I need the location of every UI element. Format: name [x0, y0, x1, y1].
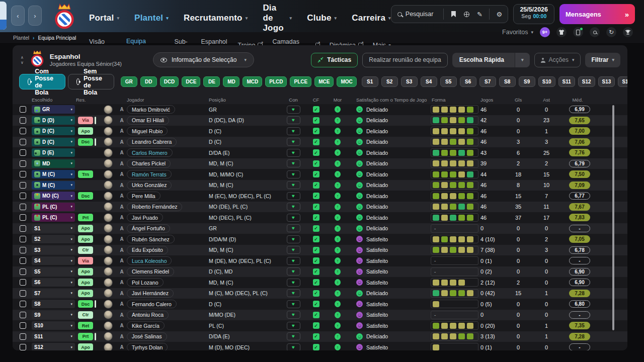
player-avatar[interactable] — [104, 137, 113, 146]
selection-dropdown[interactable]: M (C)▾ — [32, 170, 75, 178]
game-date[interactable]: 25/5/2026 Seg00:00 — [513, 4, 554, 24]
player-name-link[interactable]: Roberto Fernández — [127, 203, 182, 211]
profile-a-icon[interactable]: A — [117, 226, 127, 231]
player-avatar[interactable] — [104, 105, 113, 114]
tactics-button[interactable]: Tácticas — [311, 53, 358, 67]
sub-chip-s4[interactable]: S4 — [421, 76, 437, 87]
player-avatar[interactable] — [104, 256, 113, 265]
sub-chip-s3[interactable]: S3 — [401, 76, 418, 87]
player-name-link[interactable]: Kike García — [127, 321, 165, 330]
player-name-link[interactable]: Omar El Hilali — [127, 116, 169, 125]
profile-a-icon[interactable]: A — [117, 161, 127, 166]
position-chip-dd[interactable]: DD — [140, 76, 157, 87]
player-name-link[interactable]: Carlos Romero — [127, 148, 173, 157]
row-checkbox[interactable] — [20, 128, 26, 134]
player-name-link[interactable]: Ángel Fortuño — [127, 224, 170, 233]
sub-chip-s7[interactable]: S7 — [479, 76, 496, 87]
player-avatar[interactable] — [104, 321, 113, 330]
selection-dropdown[interactable]: S8▾ — [32, 300, 75, 308]
column-header-ast[interactable]: Ast — [531, 97, 562, 103]
row-checkbox[interactable] — [20, 247, 26, 253]
sub-chip-s11[interactable]: S11 — [558, 76, 575, 87]
selection-dropdown[interactable]: D (D)▾ — [32, 116, 75, 125]
player-avatar[interactable] — [104, 278, 113, 287]
player-name-link[interactable]: Javi Hernández — [127, 289, 174, 298]
team-meeting-button[interactable]: Realizar reunião de equipa — [362, 53, 447, 67]
player-avatar[interactable] — [104, 192, 113, 201]
row-checkbox[interactable] — [20, 204, 26, 210]
club-crest-topbar[interactable] — [53, 4, 76, 32]
profile-a-icon[interactable]: A — [117, 247, 127, 253]
player-name-link[interactable]: Clemens Riedel — [127, 267, 174, 276]
scouting-icon[interactable] — [590, 27, 600, 37]
column-header-jogador[interactable]: Jogador — [127, 97, 209, 103]
profile-a-icon[interactable]: A — [117, 128, 127, 134]
position-chip-mce[interactable]: MCE — [314, 76, 334, 87]
nav-item-recrutamento[interactable]: Recrutamento▾ — [184, 13, 248, 23]
player-avatar[interactable] — [104, 289, 113, 298]
profile-a-icon[interactable]: A — [117, 215, 127, 220]
player-name-link[interactable]: Pere Milla — [127, 192, 160, 200]
column-header-con[interactable]: Con — [282, 97, 305, 103]
player-name-link[interactable]: Pol Lozano — [127, 278, 164, 287]
row-checkbox[interactable] — [20, 344, 26, 350]
row-checkbox[interactable] — [20, 333, 26, 340]
column-header-forma[interactable]: Forma — [428, 97, 480, 103]
player-name-link[interactable]: Marko Dmitrović — [127, 105, 175, 114]
favorites-dropdown[interactable]: Favoritos▾ — [502, 29, 533, 36]
player-avatar[interactable] — [104, 148, 113, 157]
profile-a-icon[interactable]: A — [117, 107, 127, 112]
position-chip-mcd[interactable]: MCD — [243, 76, 262, 87]
selection-dropdown[interactable]: S9▾ — [32, 311, 75, 319]
column-header-res-[interactable]: Res. — [76, 97, 104, 103]
player-avatar[interactable] — [104, 224, 113, 233]
player-avatar[interactable] — [104, 343, 113, 350]
player-avatar[interactable] — [104, 245, 113, 254]
world-icon[interactable] — [460, 8, 473, 21]
sub-chip-s9[interactable]: S9 — [519, 76, 535, 87]
quick-pick-dropdown[interactable]: ▾ — [515, 53, 530, 67]
column-header-m-d-[interactable]: Méd. — [562, 97, 593, 103]
selection-dropdown[interactable]: S1▾ — [32, 224, 75, 233]
player-avatar[interactable] — [104, 116, 113, 125]
row-checkbox[interactable] — [20, 257, 26, 264]
player-avatar[interactable] — [104, 159, 113, 168]
selection-dropdown[interactable]: S11▾ — [32, 332, 75, 341]
player-name-link[interactable]: Ramón Terrats — [127, 170, 172, 178]
search-bar[interactable]: Pesquisar ✎ ⚙ — [391, 5, 509, 23]
profile-a-icon[interactable]: A — [117, 323, 127, 328]
breadcrumb-parent[interactable]: Plantel — [13, 35, 29, 41]
profile-a-icon[interactable]: A — [117, 312, 127, 318]
profile-a-icon[interactable]: A — [117, 183, 127, 188]
player-avatar[interactable] — [104, 170, 113, 179]
position-chip-dce[interactable]: DCE — [182, 76, 200, 87]
profile-a-icon[interactable]: A — [117, 204, 127, 210]
sub-chip-s5[interactable]: S5 — [440, 76, 457, 87]
messages-button[interactable]: Mensagens » — [559, 4, 635, 24]
selection-dropdown[interactable]: D (C)▾ — [32, 138, 75, 146]
profile-a-icon[interactable]: A — [117, 236, 127, 242]
player-name-link[interactable]: Leandro Cabrera — [127, 138, 177, 146]
position-chip-dcd[interactable]: DCD — [160, 76, 179, 87]
notes-pencil-icon[interactable]: ✎ — [473, 8, 486, 21]
sub-chip-s1[interactable]: S1 — [362, 76, 378, 87]
sub-chip-s8[interactable]: S8 — [499, 76, 516, 87]
row-checkbox[interactable] — [20, 214, 26, 221]
settings-gear-icon[interactable]: ⚙ — [493, 8, 506, 21]
player-avatar[interactable] — [104, 267, 113, 276]
row-checkbox[interactable] — [20, 117, 26, 124]
nav-item-plantel[interactable]: Plantel▾ — [134, 13, 169, 23]
selection-dropdown[interactable]: S2▾ — [32, 235, 75, 243]
profile-a-icon[interactable]: A — [117, 280, 127, 285]
profile-a-icon[interactable]: A — [117, 258, 127, 263]
nav-item-dia-de-jogo[interactable]: Dia de Jogo▾ — [263, 3, 292, 33]
player-name-link[interactable]: José Salinas — [127, 332, 167, 341]
column-header-cf[interactable]: CF — [305, 97, 327, 103]
row-checkbox[interactable] — [20, 301, 26, 307]
sub-chip-s14[interactable]: S14 — [618, 76, 627, 87]
sync-icon[interactable]: ↻ — [606, 27, 616, 37]
player-name-link[interactable]: Tyrhys Dolan — [127, 343, 168, 350]
player-avatar[interactable] — [104, 127, 113, 136]
position-chip-plcd[interactable]: PLCD — [265, 76, 287, 87]
profile-a-icon[interactable]: A — [117, 334, 127, 339]
